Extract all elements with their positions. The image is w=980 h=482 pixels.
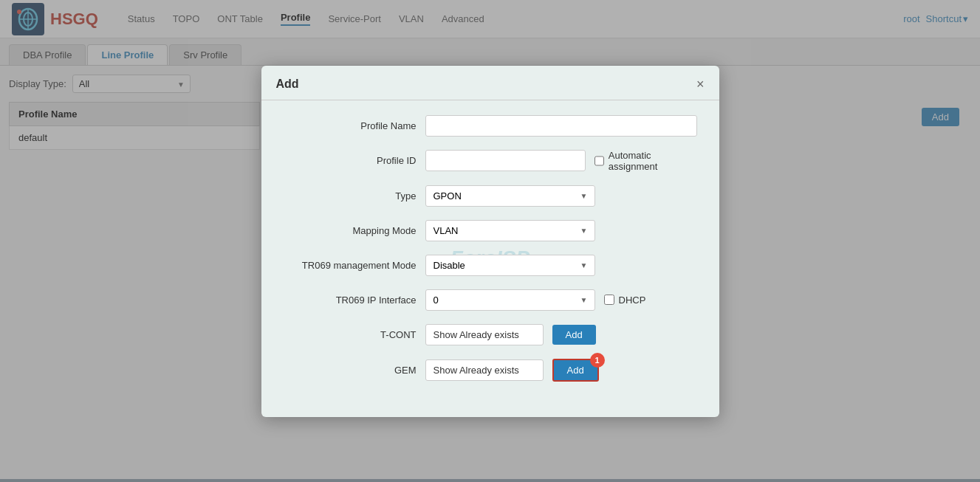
automatic-assignment-checkbox[interactable]: [594, 156, 604, 166]
mapping-mode-row: Mapping Mode VLAN: [284, 220, 697, 241]
tcont-label: T-CONT: [284, 329, 417, 340]
mapping-mode-select[interactable]: VLAN: [425, 220, 595, 241]
tr069-mode-select-wrapper: Disable: [425, 255, 595, 276]
dhcp-checkbox[interactable]: [604, 295, 614, 305]
tr069-ip-select-wrapper: 0: [425, 289, 595, 311]
tr069-mode-select[interactable]: Disable: [425, 255, 595, 276]
gem-add-button-wrapper: Add 1: [552, 359, 599, 382]
tr069-ip-select[interactable]: 0: [425, 289, 595, 311]
tr069-ip-label: TR069 IP Interface: [284, 295, 417, 306]
profile-id-input[interactable]: [425, 150, 586, 171]
profile-name-label: Profile Name: [284, 120, 417, 131]
gem-show-exists-button[interactable]: Show Already exists: [425, 359, 544, 381]
gem-row: GEM Show Already exists Add 1: [284, 359, 697, 382]
modal-header: Add ×: [261, 66, 719, 100]
type-select[interactable]: GPON: [425, 185, 595, 207]
profile-name-row: Profile Name: [284, 115, 697, 137]
gem-label: GEM: [284, 365, 417, 376]
tr069-ip-row: TR069 IP Interface 0 DHCP: [284, 289, 697, 311]
tcont-show-exists-button[interactable]: Show Already exists: [425, 324, 544, 345]
mapping-mode-label: Mapping Mode: [284, 225, 417, 236]
profile-name-input[interactable]: [425, 115, 697, 137]
type-select-wrapper: GPON: [425, 185, 595, 207]
profile-id-label: Profile ID: [284, 155, 417, 166]
tcont-add-button[interactable]: Add: [552, 325, 596, 345]
type-label: Type: [284, 190, 417, 202]
automatic-assignment-text: Automatic assignment: [609, 150, 697, 172]
tcont-row: T-CONT Show Already exists Add: [284, 324, 697, 345]
dhcp-label: DHCP: [604, 295, 646, 306]
add-modal: Add × ForoISP Profile Name Profile ID Au…: [261, 66, 719, 417]
mapping-mode-select-wrapper: VLAN: [425, 220, 595, 241]
profile-id-row: Profile ID Automatic assignment: [284, 150, 697, 172]
tr069-mode-row: TR069 management Mode Disable: [284, 255, 697, 276]
gem-add-badge: 1: [590, 353, 605, 368]
type-row: Type GPON: [284, 185, 697, 207]
automatic-assignment-label: Automatic assignment: [594, 150, 697, 172]
modal-close-button[interactable]: ×: [696, 78, 705, 91]
modal-body: ForoISP Profile Name Profile ID Automati…: [261, 100, 719, 417]
modal-title: Add: [276, 78, 299, 91]
modal-overlay: Add × ForoISP Profile Name Profile ID Au…: [0, 0, 980, 482]
dhcp-text: DHCP: [619, 295, 646, 306]
tr069-mode-label: TR069 management Mode: [284, 260, 417, 271]
